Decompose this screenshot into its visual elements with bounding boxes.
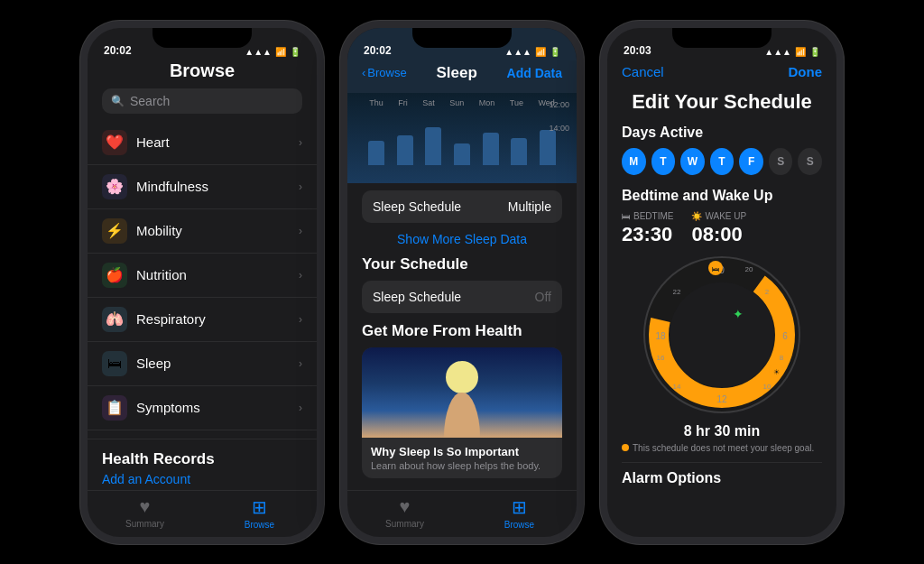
svg-text:6: 6	[782, 331, 788, 341]
summary-icon-1: ♥	[140, 496, 151, 517]
notch	[152, 28, 252, 48]
chart-bar-0	[368, 141, 384, 165]
browse-item-vitals[interactable]: 📈 Vitals ›	[88, 430, 317, 439]
icon-glyph-0: ❤️	[106, 134, 124, 151]
time-label-2: 14:00	[549, 124, 569, 133]
chart-bar-5	[511, 138, 527, 165]
browse-item-symptoms[interactable]: 📋 Symptoms ›	[88, 386, 317, 430]
chart-bar-1	[397, 135, 413, 165]
browse-item-mobility[interactable]: ⚡ Mobility ›	[88, 209, 317, 254]
tab-summary-1[interactable]: ♥ Summary	[88, 496, 202, 530]
item-label-3: Nutrition	[136, 267, 299, 282]
warning-text: This schedule does not meet your sleep g…	[633, 443, 814, 453]
schedule-row: Sleep Schedule Multiple	[362, 190, 562, 223]
sun-icon: ☀️	[691, 211, 702, 221]
browse-list: ❤️ Heart › 🌸 Mindfulness › ⚡ Mobility › …	[88, 121, 317, 439]
warning-dot	[622, 444, 629, 451]
search-icon: 🔍	[111, 95, 125, 107]
your-schedule-title: Your Schedule	[362, 255, 562, 273]
add-account-link[interactable]: Add an Account	[102, 472, 302, 486]
day-btn-5[interactable]: S	[769, 148, 793, 175]
item-label-6: Symptoms	[136, 400, 299, 415]
browse-header: Browse 🔍 Search	[88, 60, 317, 121]
svg-text:22: 22	[673, 288, 681, 296]
item-icon-5: 🛏	[102, 351, 127, 376]
cancel-button[interactable]: Cancel	[622, 64, 664, 79]
svg-text:20: 20	[745, 265, 753, 273]
wifi-icon: 📶	[275, 47, 286, 57]
article-card[interactable]: Why Sleep Is So Important Learn about ho…	[362, 347, 562, 478]
schedule-label: Sleep Schedule	[373, 199, 461, 214]
svg-text:12: 12	[716, 394, 727, 404]
tab-bar-2: ♥ Summary ⊞ Browse	[347, 490, 577, 537]
browse-icon-1: ⊞	[252, 496, 267, 518]
time-1: 20:02	[104, 44, 132, 57]
tab-browse-2[interactable]: ⊞ Browse	[462, 496, 577, 530]
tab-browse-1[interactable]: ⊞ Browse	[202, 496, 317, 530]
time-label-1: 12:00	[549, 100, 569, 109]
day-btn-4[interactable]: F	[739, 148, 763, 175]
browse-icon-2: ⊞	[512, 496, 527, 518]
sleep-schedule-label: Sleep Schedule	[373, 290, 461, 304]
icon-glyph-5: 🛏	[107, 356, 122, 372]
phone-sleep: 20:02 ▲▲▲ 📶 🔋 ‹ Browse Sleep Add Data Th…	[340, 21, 584, 544]
chart-bars	[358, 111, 566, 165]
icon-glyph-2: ⚡	[106, 222, 124, 239]
times-row: 🛏 BEDTIME 23:30 ☀️ WAKE UP 08:00	[622, 211, 822, 246]
browse-item-sleep[interactable]: 🛏 Sleep ›	[88, 342, 317, 386]
item-label-1: Mindfulness	[136, 179, 299, 194]
sleep-schedule-off: Off	[535, 290, 551, 304]
day-labels: ThuFriSatSunMonTueWed	[358, 98, 566, 107]
signal-icon: ▲▲▲	[245, 47, 272, 57]
item-label-2: Mobility	[136, 223, 299, 238]
browse-item-respiratory[interactable]: 🫁 Respiratory ›	[88, 298, 317, 342]
clock-svg: 0 6 12 18 2 10 22 14 8 16 20 🛏	[641, 254, 803, 416]
sleep-schedule-section[interactable]: Sleep Schedule Off	[362, 281, 562, 313]
browse-item-heart[interactable]: ❤️ Heart ›	[88, 121, 317, 165]
health-records-title: Health Records	[102, 450, 302, 468]
day-btn-0[interactable]: M	[622, 148, 646, 175]
svg-text:✦: ✦	[733, 307, 744, 321]
item-icon-4: 🫁	[102, 307, 127, 332]
svg-text:14: 14	[673, 383, 681, 391]
show-more-button[interactable]: Show More Sleep Data	[362, 232, 562, 246]
battery-icon-3: 🔋	[809, 47, 820, 57]
svg-text:18: 18	[655, 331, 666, 341]
day-btn-3[interactable]: T	[710, 148, 735, 175]
browse-content: Browse 🔍 Search ❤️ Heart › 🌸 Mindfulness…	[88, 60, 317, 537]
back-button[interactable]: ‹ Browse	[362, 66, 407, 79]
day-btn-1[interactable]: T	[651, 148, 676, 175]
chevron-icon-3: ›	[299, 269, 302, 282]
summary-icon-2: ♥	[400, 496, 411, 517]
item-icon-1: 🌸	[102, 174, 127, 199]
signal-icon-3: ▲▲▲	[764, 47, 791, 57]
done-button[interactable]: Done	[789, 64, 823, 79]
search-placeholder: Search	[130, 94, 170, 108]
browse-item-mindfulness[interactable]: 🌸 Mindfulness ›	[88, 165, 317, 209]
day-btn-2[interactable]: W	[680, 148, 705, 175]
sleep-clock[interactable]: 0 6 12 18 2 10 22 14 8 16 20 🛏	[641, 254, 803, 416]
chart-day-tue: Tue	[510, 98, 523, 107]
browse-item-nutrition[interactable]: 🍎 Nutrition ›	[88, 254, 317, 298]
battery-icon: 🔋	[290, 47, 300, 57]
sleep-goal-warning: This schedule does not meet your sleep g…	[622, 443, 822, 453]
chevron-icon-5: ›	[299, 357, 302, 370]
day-btn-6[interactable]: S	[798, 148, 822, 175]
notch-3	[672, 28, 772, 48]
search-bar[interactable]: 🔍 Search	[102, 88, 302, 114]
wakeup-block: ☀️ WAKE UP 08:00	[691, 211, 746, 246]
status-icons-2: ▲▲▲ 📶 🔋	[504, 47, 560, 57]
alarm-options[interactable]: Alarm Options	[622, 462, 822, 494]
item-icon-2: ⚡	[102, 218, 127, 244]
article-desc: Learn about how sleep helps the body.	[371, 460, 553, 471]
add-data-button[interactable]: Add Data	[507, 66, 562, 80]
wifi-icon-2: 📶	[535, 47, 546, 57]
item-label-5: Sleep	[136, 356, 299, 371]
tab-summary-2[interactable]: ♥ Summary	[347, 496, 462, 530]
schedule-value: Multiple	[508, 199, 551, 214]
edit-header: Cancel Done	[607, 60, 836, 90]
item-icon-3: 🍎	[102, 263, 127, 288]
bedtime-section: Bedtime and Wake Up 🛏 BEDTIME 23:30 ☀️ W…	[622, 188, 822, 453]
chevron-icon-2: ›	[299, 225, 302, 237]
icon-glyph-6: 📋	[106, 399, 124, 416]
